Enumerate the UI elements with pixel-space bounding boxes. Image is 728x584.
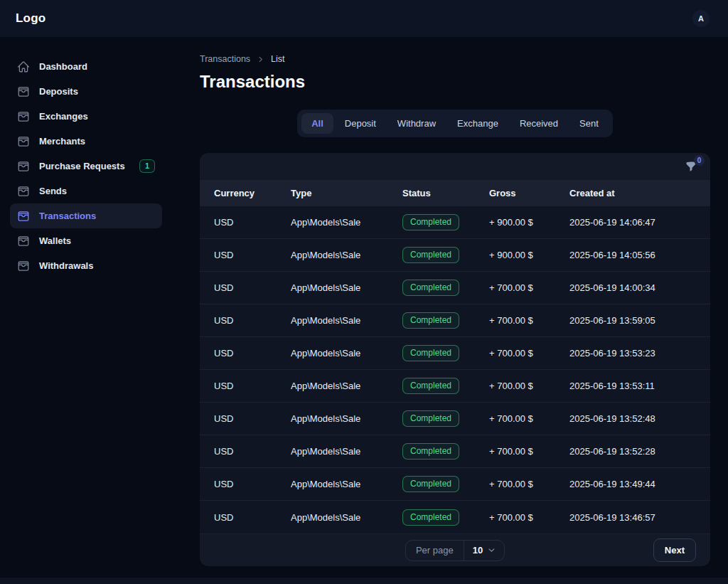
cell-type: App\Models\Sale — [291, 479, 402, 489]
cell-gross: + 700.00 $ — [489, 446, 569, 457]
status-badge: Completed — [402, 345, 459, 361]
page-title: Transactions — [200, 71, 710, 92]
cell-gross: + 700.00 $ — [489, 282, 569, 293]
filter-count-badge: 0 — [694, 155, 705, 166]
table-row[interactable]: USDApp\Models\SaleCompleted+ 700.00 $202… — [200, 501, 710, 533]
status-badge: Completed — [402, 214, 459, 230]
avatar-initial: A — [698, 14, 704, 23]
cell-status: Completed — [402, 280, 489, 296]
cell-created-at: 2025-06-19 13:46:57 — [569, 512, 696, 523]
per-page-control: Per page 10 — [405, 540, 505, 561]
tab-sent[interactable]: Sent — [569, 113, 609, 134]
sidebar: DashboardDepositsExchangesMerchantsPurch… — [0, 37, 172, 578]
cell-status: Completed — [402, 345, 489, 361]
filter-button[interactable]: 0 — [685, 161, 697, 173]
sidebar-item-purchase-requests[interactable]: Purchase Requests1 — [10, 154, 162, 179]
cell-currency: USD — [214, 479, 291, 489]
sidebar-item-sends[interactable]: Sends — [10, 179, 162, 203]
wallet-icon — [17, 135, 30, 148]
table-row[interactable]: USDApp\Models\SaleCompleted+ 700.00 $202… — [200, 435, 710, 468]
cell-currency: USD — [214, 250, 291, 260]
app-logo[interactable]: Logo — [16, 11, 46, 26]
wallet-icon — [17, 185, 30, 198]
sidebar-item-deposits[interactable]: Deposits — [10, 79, 162, 104]
sidebar-item-label: Withdrawals — [39, 260, 93, 271]
wallet-icon — [17, 210, 30, 223]
tab-received[interactable]: Received — [510, 113, 568, 134]
cell-created-at: 2025-06-19 14:00:34 — [569, 282, 696, 293]
table-row[interactable]: USDApp\Models\SaleCompleted+ 700.00 $202… — [200, 370, 710, 403]
table-header-row: CurrencyTypeStatusGrossCreated at — [200, 180, 710, 206]
sidebar-item-label: Merchants — [39, 136, 85, 147]
wallet-icon — [17, 160, 30, 173]
tab-withdraw[interactable]: Withdraw — [387, 113, 446, 134]
breadcrumb-item-list[interactable]: List — [271, 54, 284, 64]
cell-currency: USD — [214, 217, 291, 228]
transactions-table-card: 0 CurrencyTypeStatusGrossCreated at USDA… — [200, 153, 710, 566]
table-row[interactable]: USDApp\Models\SaleCompleted+ 700.00 $202… — [200, 468, 710, 501]
tab-exchange[interactable]: Exchange — [447, 113, 508, 134]
sidebar-item-wallets[interactable]: Wallets — [10, 228, 162, 253]
avatar[interactable]: A — [692, 10, 710, 27]
column-header-gross: Gross — [489, 188, 569, 198]
cell-type: App\Models\Sale — [291, 446, 402, 457]
table-row[interactable]: USDApp\Models\SaleCompleted+ 700.00 $202… — [200, 403, 710, 435]
per-page-select[interactable]: 10 — [464, 541, 504, 561]
cell-type: App\Models\Sale — [291, 348, 402, 359]
status-badge: Completed — [402, 443, 459, 460]
cell-currency: USD — [214, 413, 291, 424]
cell-gross: + 700.00 $ — [489, 413, 569, 424]
per-page-value: 10 — [473, 545, 483, 556]
cell-status: Completed — [402, 312, 489, 329]
sidebar-item-merchants[interactable]: Merchants — [10, 129, 162, 154]
cell-currency: USD — [214, 381, 291, 391]
cell-gross: + 900.00 $ — [489, 250, 569, 260]
cell-created-at: 2025-06-19 13:49:44 — [569, 479, 696, 489]
cell-type: App\Models\Sale — [291, 512, 402, 523]
cell-created-at: 2025-06-19 13:52:28 — [569, 446, 696, 457]
cell-currency: USD — [214, 348, 291, 359]
status-badge: Completed — [402, 247, 459, 263]
cell-type: App\Models\Sale — [291, 282, 402, 293]
tab-all[interactable]: All — [301, 113, 333, 134]
sidebar-item-exchanges[interactable]: Exchanges — [10, 104, 162, 129]
status-badge: Completed — [402, 476, 459, 492]
table-row[interactable]: USDApp\Models\SaleCompleted+ 900.00 $202… — [200, 239, 710, 272]
sidebar-item-label: Deposits — [39, 86, 78, 97]
cell-status: Completed — [402, 378, 489, 394]
breadcrumb-item-transactions[interactable]: Transactions — [200, 54, 250, 64]
cell-gross: + 700.00 $ — [489, 315, 569, 326]
cell-status: Completed — [402, 509, 489, 526]
sidebar-item-dashboard[interactable]: Dashboard — [10, 54, 162, 79]
cell-created-at: 2025-06-19 14:05:56 — [569, 250, 696, 260]
column-header-created-at: Created at — [569, 188, 696, 198]
cell-gross: + 700.00 $ — [489, 512, 569, 523]
cell-gross: + 900.00 $ — [489, 217, 569, 228]
table-row[interactable]: USDApp\Models\SaleCompleted+ 700.00 $202… — [200, 337, 710, 370]
column-header-status: Status — [402, 188, 489, 198]
cell-created-at: 2025-06-19 13:53:23 — [569, 348, 696, 359]
table-row[interactable]: USDApp\Models\SaleCompleted+ 900.00 $202… — [200, 206, 710, 239]
cell-currency: USD — [214, 446, 291, 457]
sidebar-item-transactions[interactable]: Transactions — [10, 203, 162, 228]
sidebar-item-label: Dashboard — [39, 61, 87, 72]
sidebar-item-withdrawals[interactable]: Withdrawals — [10, 253, 162, 278]
cell-created-at: 2025-06-19 13:52:48 — [569, 413, 696, 424]
cell-status: Completed — [402, 214, 489, 230]
table-row[interactable]: USDApp\Models\SaleCompleted+ 700.00 $202… — [200, 272, 710, 304]
cell-created-at: 2025-06-19 13:59:05 — [569, 315, 696, 326]
sidebar-item-label: Purchase Requests — [39, 161, 125, 171]
sidebar-item-label: Sends — [39, 186, 67, 196]
table-footer: Per page 10 Next — [200, 533, 710, 566]
cell-type: App\Models\Sale — [291, 250, 402, 260]
cell-currency: USD — [214, 315, 291, 326]
table-row[interactable]: USDApp\Models\SaleCompleted+ 700.00 $202… — [200, 304, 710, 337]
cell-gross: + 700.00 $ — [489, 381, 569, 391]
topbar: Logo A — [0, 0, 728, 37]
next-page-button[interactable]: Next — [653, 538, 696, 562]
table-body: USDApp\Models\SaleCompleted+ 900.00 $202… — [200, 206, 710, 533]
wallet-icon — [17, 110, 30, 123]
cell-currency: USD — [214, 282, 291, 293]
cell-type: App\Models\Sale — [291, 381, 402, 391]
tab-deposit[interactable]: Deposit — [335, 113, 386, 134]
